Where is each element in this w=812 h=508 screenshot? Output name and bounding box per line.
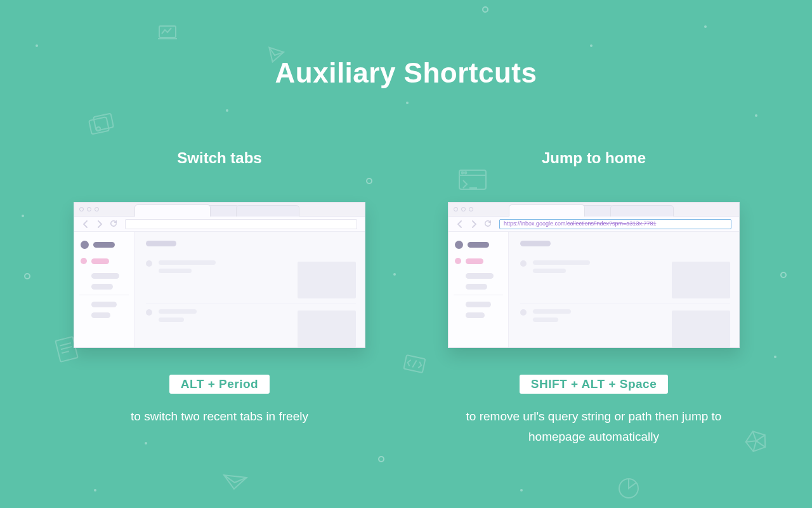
switch-tabs-heading: Switch tabs <box>74 149 365 167</box>
main-mock <box>509 232 739 347</box>
jump-home-section: Jump to home https://inbox.google.com/co… <box>448 149 740 448</box>
switch-tabs-section: Switch tabs <box>74 149 365 427</box>
browser-tab-active <box>509 204 585 217</box>
forward-icon <box>96 220 103 228</box>
switch-tabs-shortcut: ALT + Period <box>169 375 270 394</box>
reload-icon <box>484 220 492 227</box>
svg-rect-8 <box>403 355 425 373</box>
browser-content <box>449 232 739 347</box>
browser-tabbar <box>74 203 365 217</box>
browser-tab <box>610 205 674 217</box>
sidebar-mock <box>449 232 509 347</box>
address-bar-url: https://inbox.google.com/collections/ind… <box>504 220 656 227</box>
jump-home-shortcut: SHIFT + ALT + Space <box>520 375 669 394</box>
window-controls <box>79 207 99 211</box>
browser-tab-active <box>134 204 211 217</box>
address-bar: https://inbox.google.com/collections/ind… <box>499 219 731 229</box>
address-bar <box>125 219 357 229</box>
jump-home-illustration: https://inbox.google.com/collections/ind… <box>448 202 740 348</box>
svg-rect-2 <box>93 114 114 131</box>
browser-toolbar <box>74 217 365 232</box>
switch-tabs-illustration <box>74 202 365 348</box>
forward-icon <box>470 220 478 228</box>
browser-tab <box>236 205 299 217</box>
switch-tabs-description: to switch two recent tabs in freely <box>74 406 365 427</box>
jump-home-description: to remove url's query string or path the… <box>448 406 740 448</box>
svg-rect-1 <box>89 117 109 134</box>
svg-rect-0 <box>159 26 176 37</box>
main-mock <box>134 232 365 347</box>
browser-toolbar: https://inbox.google.com/collections/ind… <box>449 217 739 232</box>
reload-icon <box>110 220 117 227</box>
back-icon <box>82 220 89 228</box>
page-title: Auxiliary Shortcuts <box>0 57 812 89</box>
sidebar-mock <box>74 232 134 347</box>
back-icon <box>456 220 464 228</box>
svg-point-9 <box>619 479 638 498</box>
jump-home-heading: Jump to home <box>448 149 740 167</box>
window-controls <box>454 207 473 211</box>
browser-content <box>74 232 365 347</box>
browser-tabbar <box>449 203 739 217</box>
svg-point-3 <box>96 127 101 131</box>
